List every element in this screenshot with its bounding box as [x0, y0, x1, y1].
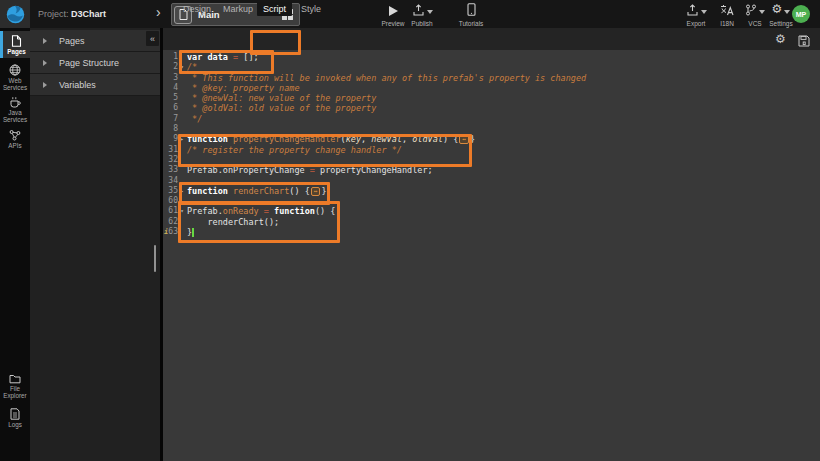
publish-button[interactable]: Publish [405, 3, 439, 27]
globe-icon [9, 64, 21, 76]
folded-code-pill[interactable]: ↔ [311, 187, 321, 196]
code-line[interactable]: 2▾/* [163, 62, 820, 72]
code-line[interactable]: 35▸function renderChart() {↔} [163, 186, 820, 196]
code-line[interactable]: 1var data = []; [163, 52, 820, 62]
export-label: Export [687, 20, 706, 27]
rail-label-pages: Pages [7, 48, 26, 55]
export-button[interactable]: Export [680, 3, 712, 27]
code-text [186, 155, 187, 165]
code-text: } [186, 227, 194, 237]
i18n-button[interactable]: I18N [713, 3, 741, 27]
rail-item-web-services[interactable]: Web Services [0, 62, 30, 92]
line-number: 31 [163, 145, 178, 155]
code-text [186, 124, 187, 134]
tutorials-button[interactable]: Tutorials [453, 3, 489, 27]
coffee-cup-icon [9, 96, 21, 108]
rail-label-web-services: Web Services [0, 77, 30, 91]
tutorials-label: Tutorials [459, 20, 484, 27]
editor-tabstrip [163, 28, 820, 51]
fold-open-icon[interactable]: ▾ [178, 206, 186, 216]
vcs-label: VCS [748, 20, 761, 27]
app-window: Project: D3Chart › Main Preview Pub [0, 0, 820, 461]
accordion-pages[interactable]: Pages [30, 30, 163, 52]
rail-item-pages[interactable]: Pages [0, 31, 30, 58]
accordion-variables-label: Variables [59, 80, 96, 90]
line-number: 7 [163, 114, 178, 124]
code-text: * @newVal: new value of the property [186, 93, 376, 103]
project-breadcrumb: Project: D3Chart [38, 9, 106, 19]
rail-label-java-services: Java Services [0, 109, 30, 123]
folded-code-pill[interactable]: ↔ [459, 135, 469, 144]
pages-icon [11, 35, 22, 47]
line-number: 35 [163, 186, 178, 196]
code-line[interactable]: 5 * @newVal: new value of the property [163, 93, 820, 103]
line-number: 34 [163, 176, 178, 186]
code-editor[interactable]: 1var data = [];2▾/*3 * This function wil… [163, 50, 820, 461]
rail-item-file-explorer[interactable]: File Explorer [0, 372, 30, 400]
log-file-icon [10, 408, 20, 420]
code-text: renderChart(); [186, 217, 279, 227]
code-line[interactable]: 31/* register the property change handle… [163, 145, 820, 155]
pages-side-panel: Pages Page Structure Variables [30, 28, 163, 461]
code-text: /* register the property change handler … [186, 145, 402, 155]
publish-label: Publish [411, 20, 432, 27]
panel-scrollbar[interactable] [154, 245, 156, 272]
preview-label: Preview [381, 20, 404, 27]
line-number: 33 [163, 165, 178, 175]
accordion-variables[interactable]: Variables [30, 74, 163, 96]
expand-arrow-icon [43, 38, 47, 44]
save-button[interactable] [798, 33, 810, 51]
save-icon [798, 35, 810, 47]
code-line[interactable]: 60 [163, 196, 820, 206]
rail-item-java-services[interactable]: Java Services [0, 94, 30, 124]
code-line[interactable]: 32 [163, 155, 820, 165]
translate-icon [720, 4, 734, 16]
line-number: 32 [163, 155, 178, 165]
code-line[interactable]: 61▾Prefab.onReady = function() { [163, 206, 820, 216]
code-line[interactable]: 9▸function propertyChangeHandler(key, ne… [163, 134, 820, 144]
chevron-down-icon [701, 10, 707, 14]
chevron-down-icon [427, 10, 433, 14]
code-line[interactable]: 34 [163, 176, 820, 186]
upload-icon [412, 4, 425, 16]
rail-item-logs[interactable]: Logs [0, 405, 30, 431]
fold-folded-icon[interactable]: ▸ [178, 134, 186, 144]
tab-markup[interactable]: Markup [223, 4, 253, 14]
chevron-right-icon: › [156, 4, 161, 20]
line-number: 62 [163, 217, 178, 227]
wavemaker-logo[interactable] [0, 0, 30, 28]
rail-item-apis[interactable]: APIs [0, 126, 30, 152]
accordion-page-structure[interactable]: Page Structure [30, 52, 163, 74]
panel-collapse-button[interactable]: « [146, 31, 159, 46]
line-warning-icon: i [164, 227, 168, 237]
line-number: 8 [163, 124, 178, 134]
code-line[interactable]: 4 * @key: property name [163, 83, 820, 93]
code-line[interactable]: 62 renderChart(); [163, 217, 820, 227]
code-line[interactable]: 8 [163, 124, 820, 134]
chevron-down-icon [759, 10, 765, 14]
code-text: */ [186, 114, 202, 124]
code-line[interactable]: 7 */ [163, 114, 820, 124]
tab-script[interactable]: Script [257, 2, 292, 16]
branch-icon [745, 4, 757, 16]
code-line[interactable]: 33Prefab.onPropertyChange = propertyChan… [163, 165, 820, 175]
code-line[interactable]: 6 * @oldVal: old value of the property [163, 103, 820, 113]
script-settings-gear-icon[interactable]: ⚙ [775, 32, 786, 46]
expand-arrow-icon [43, 82, 47, 88]
line-number: 9 [163, 134, 178, 144]
code-line[interactable]: 3 * This function will be invoked when a… [163, 73, 820, 83]
rail-label-file-explorer: File Explorer [0, 385, 30, 399]
code-text: Prefab.onPropertyChange = propertyChange… [186, 165, 433, 175]
fold-open-icon[interactable]: ▾ [178, 62, 186, 72]
fold-folded-icon[interactable]: ▸ [178, 186, 186, 196]
vcs-button[interactable]: VCS [741, 3, 769, 27]
code-line[interactable]: i63} [163, 227, 820, 237]
expand-arrow-icon [43, 60, 47, 66]
rail-label-apis: APIs [8, 142, 21, 149]
tab-design[interactable]: Design [183, 4, 211, 14]
code-text: * @key: property name [186, 83, 300, 93]
user-avatar[interactable]: MP [792, 5, 810, 23]
tab-style[interactable]: Style [301, 4, 321, 14]
top-header-bar: Project: D3Chart › Main Preview Pub [0, 0, 820, 30]
code-text [186, 176, 187, 186]
